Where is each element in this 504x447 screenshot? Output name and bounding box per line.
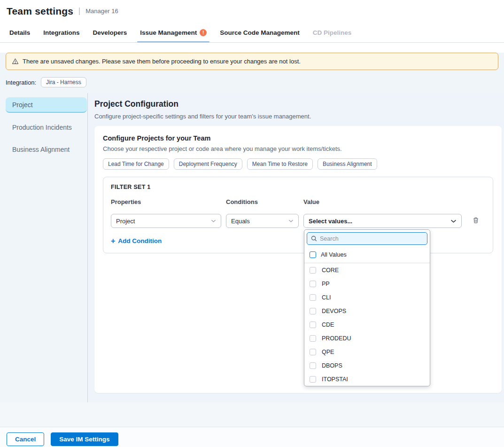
section-subtitle: Configure project-specific settings and … bbox=[94, 113, 502, 120]
unsaved-changes-badge-icon: ! bbox=[200, 29, 207, 36]
checkbox-icon[interactable] bbox=[310, 267, 316, 274]
value-dropdown-panel: All Values CORE PP CLI DEVOPS CDE PRODED… bbox=[304, 229, 430, 386]
dropdown-option-pp[interactable]: PP bbox=[304, 277, 430, 290]
properties-select[interactable]: Project bbox=[111, 214, 221, 228]
dropdown-option-qpe[interactable]: QPE bbox=[304, 345, 430, 359]
sidebar-item-project[interactable]: Project bbox=[6, 97, 87, 113]
sidebar-item-production-incidents[interactable]: Production Incidents bbox=[0, 120, 87, 135]
checkbox-icon[interactable] bbox=[310, 376, 316, 383]
filter-set-1: FILTER SET 1 Properties Conditions Value… bbox=[103, 177, 493, 253]
checkbox-icon[interactable] bbox=[310, 294, 316, 301]
tab-source-code-management[interactable]: Source Code Management bbox=[219, 23, 301, 42]
value-column-label: Value bbox=[303, 198, 462, 205]
section-title: Project Configuration bbox=[94, 99, 502, 109]
checkbox-icon[interactable] bbox=[310, 335, 316, 342]
chevron-down-icon bbox=[211, 219, 216, 223]
checkbox-icon[interactable] bbox=[310, 281, 316, 287]
save-im-settings-button[interactable]: Save IM Settings bbox=[51, 432, 118, 446]
tab-cd-pipelines: CD Pipelines bbox=[312, 23, 353, 42]
card-subtitle: Choose your respective project or code a… bbox=[103, 145, 493, 152]
delete-filter-button[interactable] bbox=[466, 216, 485, 226]
team-settings-page: Team settings Manager 16 Details Integra… bbox=[0, 0, 504, 447]
cancel-button[interactable]: Cancel bbox=[7, 432, 44, 446]
properties-column-label: Properties bbox=[111, 198, 221, 205]
checkbox-icon[interactable] bbox=[310, 308, 316, 314]
checkbox-icon[interactable] bbox=[310, 251, 316, 258]
all-values-option[interactable]: All Values bbox=[304, 247, 430, 263]
tab-details[interactable]: Details bbox=[8, 23, 31, 42]
dropdown-option-pipe[interactable]: PIPE bbox=[304, 386, 430, 386]
integration-label: Integration: bbox=[6, 79, 36, 86]
tab-integrations[interactable]: Integrations bbox=[42, 23, 80, 42]
page-header: Team settings Manager 16 bbox=[0, 0, 504, 23]
chevron-down-icon bbox=[450, 219, 457, 223]
integration-chip[interactable]: Jira - Harness bbox=[41, 77, 86, 87]
unsaved-changes-banner: There are unsaved changes. Please save t… bbox=[6, 53, 498, 70]
chip-lead-time-for-change[interactable]: Lead Time for Change bbox=[103, 158, 169, 170]
card-title: Configure Projects for your Team bbox=[103, 134, 493, 142]
dropdown-option-cde[interactable]: CDE bbox=[304, 318, 430, 331]
value-multiselect[interactable]: Select values... bbox=[303, 214, 462, 228]
tab-issue-management[interactable]: Issue Management ! bbox=[139, 23, 208, 42]
integration-row: Integration: Jira - Harness bbox=[0, 70, 504, 93]
banner-message: There are unsaved changes. Please save t… bbox=[23, 58, 301, 65]
filter-grid: Properties Conditions Value Project bbox=[111, 198, 485, 228]
dropdown-search-box[interactable] bbox=[307, 232, 427, 245]
dropdown-option-dbops[interactable]: DBOPS bbox=[304, 359, 430, 372]
dropdown-search-input[interactable] bbox=[320, 235, 423, 242]
chip-business-alignment[interactable]: Business Alignment bbox=[318, 158, 377, 170]
plus-icon: + bbox=[111, 238, 115, 244]
checkbox-icon[interactable] bbox=[310, 322, 316, 328]
footer-bar: Cancel Save IM Settings bbox=[0, 427, 504, 447]
chevron-down-icon bbox=[288, 219, 294, 223]
settings-sidebar: Project Production Incidents Business Al… bbox=[0, 93, 88, 402]
conditions-select[interactable]: Equals bbox=[226, 214, 299, 228]
chip-deployment-frequency[interactable]: Deployment Frequency bbox=[174, 158, 242, 170]
warning-triangle-icon bbox=[12, 58, 19, 65]
dropdown-option-cli[interactable]: CLI bbox=[304, 290, 430, 304]
dropdown-option-core[interactable]: CORE bbox=[304, 263, 430, 277]
conditions-column-label: Conditions bbox=[226, 198, 299, 205]
dropdown-option-devops[interactable]: DEVOPS bbox=[304, 304, 430, 318]
dropdown-option-itopstai[interactable]: ITOPSTAI bbox=[304, 372, 430, 386]
add-condition-button[interactable]: + Add Condition bbox=[111, 237, 162, 244]
filter-set-title: FILTER SET 1 bbox=[111, 184, 485, 190]
tab-developers[interactable]: Developers bbox=[92, 23, 128, 42]
page-title: Team settings bbox=[7, 6, 73, 17]
chip-mean-time-to-restore[interactable]: Mean Time to Restore bbox=[247, 158, 313, 170]
search-icon bbox=[311, 235, 317, 242]
main-panel: Project Configuration Configure project-… bbox=[88, 93, 504, 402]
trash-icon bbox=[472, 216, 480, 226]
page-subtitle: Manager 16 bbox=[79, 8, 118, 15]
checkbox-icon[interactable] bbox=[310, 362, 316, 369]
metric-chip-row: Lead Time for Change Deployment Frequenc… bbox=[103, 158, 493, 170]
checkbox-icon[interactable] bbox=[310, 349, 316, 355]
tab-bar: Details Integrations Developers Issue Ma… bbox=[0, 23, 504, 43]
sidebar-item-business-alignment[interactable]: Business Alignment bbox=[0, 142, 87, 157]
configure-projects-card: Configure Projects for your Team Choose … bbox=[94, 126, 502, 393]
bottom-spacer bbox=[0, 402, 504, 427]
dropdown-option-prodedu[interactable]: PRODEDU bbox=[304, 331, 430, 345]
